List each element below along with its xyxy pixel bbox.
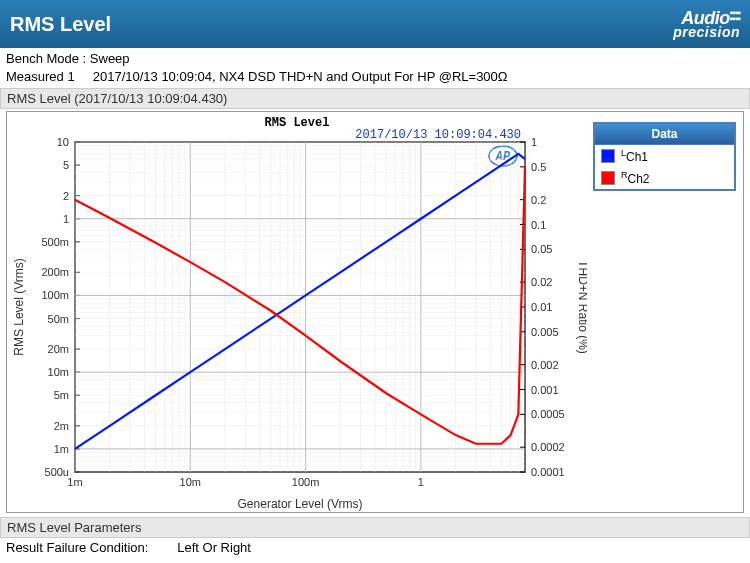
svg-text:0.0002: 0.0002 (531, 442, 565, 454)
svg-text:0.1: 0.1 (531, 219, 546, 231)
footer: RMS Level Parameters Result Failure Cond… (0, 517, 750, 557)
svg-text:1m: 1m (54, 443, 69, 455)
section-header: RMS Level (2017/10/13 10:09:04.430) (0, 88, 750, 109)
params-section: RMS Level Parameters (0, 517, 750, 538)
svg-text:1: 1 (63, 213, 69, 225)
svg-text:1: 1 (418, 476, 424, 488)
svg-text:0.002: 0.002 (531, 359, 559, 371)
legend-row: RCh2 (595, 167, 734, 189)
svg-text:2: 2 (63, 190, 69, 202)
svg-text:0.0005: 0.0005 (531, 409, 565, 421)
svg-text:10m: 10m (48, 367, 69, 379)
svg-text:5m: 5m (54, 390, 69, 402)
svg-text:1: 1 (531, 136, 537, 148)
svg-text:0.02: 0.02 (531, 277, 552, 289)
chart-svg: RMS Level2017/10/13 10:09:04.430AP1m10m1… (7, 112, 587, 512)
svg-text:0.5: 0.5 (531, 161, 546, 173)
page-title: RMS Level (10, 13, 111, 36)
legend-swatch-ch1 (601, 149, 615, 163)
svg-text:100m: 100m (41, 290, 69, 302)
svg-text:500m: 500m (41, 236, 69, 248)
svg-text:0.2: 0.2 (531, 194, 546, 206)
svg-text:0.01: 0.01 (531, 301, 552, 313)
chart-container: RMS Level2017/10/13 10:09:04.430AP1m10m1… (6, 111, 744, 513)
header-bar: RMS Level Audio▪▪▪▪▪▪▪▪ precision (0, 0, 750, 48)
svg-text:100m: 100m (292, 476, 320, 488)
legend-row: LCh1 (595, 145, 734, 167)
chart-plot: RMS Level2017/10/13 10:09:04.430AP1m10m1… (7, 112, 587, 512)
measured-line: Measured 1 2017/10/13 10:09:04, NX4 DSD … (6, 68, 744, 86)
svg-text:2017/10/13 10:09:04.430: 2017/10/13 10:09:04.430 (355, 128, 521, 142)
svg-text:THD+N Ratio (%): THD+N Ratio (%) (576, 261, 587, 355)
logo-dots-icon: ▪▪▪▪▪▪▪▪ (730, 10, 740, 22)
svg-text:2m: 2m (54, 420, 69, 432)
brand-logo: Audio▪▪▪▪▪▪▪▪ precision (673, 10, 740, 39)
svg-text:RMS Level: RMS Level (265, 116, 330, 130)
legend-swatch-ch2 (601, 171, 615, 185)
svg-text:AP: AP (495, 150, 511, 164)
svg-rect-0 (75, 142, 525, 472)
info-block: Bench Mode : Sweep Measured 1 2017/10/13… (0, 48, 750, 86)
bench-mode: Bench Mode : Sweep (6, 50, 744, 68)
legend-header: Data (595, 124, 734, 145)
svg-text:50m: 50m (48, 313, 69, 325)
svg-text:0.0001: 0.0001 (531, 466, 565, 478)
legend: Data LCh1 RCh2 (587, 112, 742, 512)
svg-text:5: 5 (63, 159, 69, 171)
svg-text:500u: 500u (45, 466, 69, 478)
result-failure: Result Failure Condition: Left Or Right (0, 538, 750, 557)
svg-text:0.005: 0.005 (531, 326, 559, 338)
svg-text:RMS Level (Vrms): RMS Level (Vrms) (12, 259, 26, 357)
svg-text:1m: 1m (67, 476, 82, 488)
svg-text:20m: 20m (48, 343, 69, 355)
svg-text:200m: 200m (41, 267, 69, 279)
svg-text:Generator Level (Vrms): Generator Level (Vrms) (238, 497, 363, 511)
svg-text:0.05: 0.05 (531, 244, 552, 256)
svg-text:10: 10 (57, 136, 69, 148)
svg-text:10m: 10m (180, 476, 201, 488)
svg-text:0.001: 0.001 (531, 384, 559, 396)
